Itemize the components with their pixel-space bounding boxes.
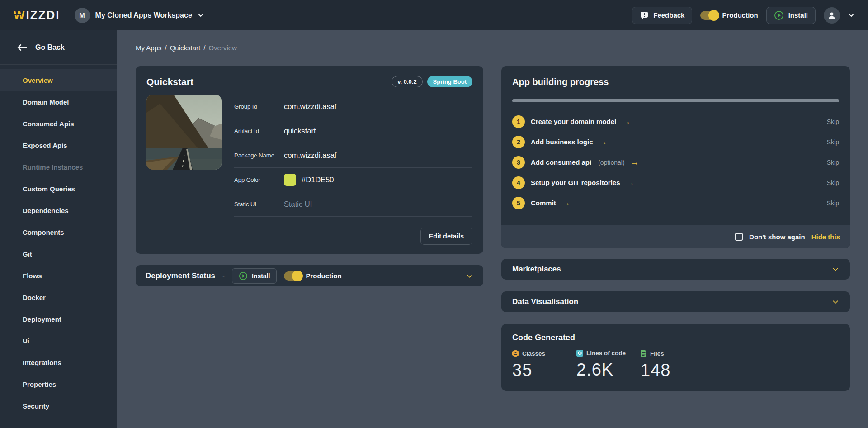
app-fields: Group Id com.wizzdi.asaf Artifact Id qui… (234, 95, 472, 217)
sidebar-item-git[interactable]: Git (0, 243, 117, 265)
sidebar-item-docker[interactable]: Docker (0, 286, 117, 308)
logo-rest: IZZDI (26, 8, 60, 22)
code-generated-card: Code Generated Classes 35 (501, 324, 850, 391)
user-menu[interactable] (824, 7, 840, 24)
field-label: App Color (234, 176, 284, 183)
skip-link[interactable]: Skip (827, 118, 839, 125)
field-value: com.wizzdi.asaf (284, 102, 336, 111)
app-image (146, 95, 222, 170)
go-back-button[interactable]: Go Back (0, 30, 117, 65)
step-number: 2 (512, 136, 525, 148)
go-back-label: Go Back (35, 43, 65, 52)
sidebar-item-ui[interactable]: Ui (0, 330, 117, 352)
step-label[interactable]: Commit (531, 199, 556, 207)
step-label[interactable]: Create your domain model (531, 118, 616, 125)
field-label: Package Name (234, 152, 284, 159)
dont-show-again-checkbox[interactable] (735, 233, 743, 241)
install-label: Install (788, 11, 808, 19)
step-setup-git-repositories: 4 Setup your GIT repositories → Skip (512, 172, 839, 193)
app-building-progress-card: App building progress 1 Create your doma… (501, 66, 850, 248)
step-number: 5 (512, 197, 525, 209)
stat-value: 35 (512, 361, 566, 380)
chevron-down-icon[interactable] (832, 298, 839, 305)
user-chevron-down-icon[interactable] (848, 12, 854, 19)
arrow-right-icon[interactable]: → (622, 117, 631, 126)
hide-this-link[interactable]: Hide this (811, 233, 840, 241)
chevron-down-icon[interactable] (832, 266, 839, 273)
feedback-label: Feedback (653, 11, 684, 19)
workspace-avatar: M (75, 8, 90, 23)
sidebar-item-properties[interactable]: Properties (0, 373, 117, 395)
stat-files: Files 148 (641, 350, 695, 380)
app-color-swatch (284, 174, 296, 186)
deploy-production-toggle[interactable] (284, 271, 302, 281)
sidebar-item-components[interactable]: Components (0, 221, 117, 243)
sidebar: Go Back Overview Domain Model Consumed A… (0, 30, 117, 428)
play-circle-icon (239, 271, 248, 281)
code-icon (576, 350, 583, 357)
sidebar-item-custom-queries[interactable]: Custom Queries (0, 178, 117, 200)
production-label: Production (722, 11, 758, 19)
sidebar-item-domain-model[interactable]: Domain Model (0, 91, 117, 113)
install-button[interactable]: Install (766, 7, 816, 24)
sidebar-item-deployment[interactable]: Deployment (0, 308, 117, 330)
chevron-down-icon[interactable] (466, 272, 473, 280)
data-visualisation-title: Data Visualisation (512, 297, 578, 306)
sidebar-nav: Overview Domain Model Consumed Apis Expo… (0, 65, 117, 417)
stat-label: Classes (522, 350, 545, 357)
deploy-production-toggle-group: Production (284, 271, 341, 281)
sidebar-item-flows[interactable]: Flows (0, 265, 117, 286)
app-title: Quickstart (146, 76, 193, 87)
workspace-name: My Cloned Apps Workspace (95, 11, 192, 19)
file-icon (641, 350, 647, 357)
skip-link[interactable]: Skip (827, 200, 839, 207)
left-column: Quickstart v. 0.0.2 Spring Boot (136, 66, 483, 391)
edit-details-button[interactable]: Edit details (420, 228, 472, 245)
step-label[interactable]: Add consumed api (531, 158, 591, 166)
stat-classes: Classes 35 (512, 350, 566, 380)
progress-bar (512, 99, 839, 102)
arrow-right-icon[interactable]: → (631, 158, 639, 166)
field-value: com.wizzdi.asaf (284, 151, 336, 160)
production-toggle-group: Production (700, 11, 758, 20)
sidebar-item-security[interactable]: Security (0, 395, 117, 417)
step-number: 1 (512, 115, 525, 128)
breadcrumb-separator: / (165, 44, 167, 52)
class-icon (512, 350, 519, 357)
app-root: WIZZDI M My Cloned Apps Workspace Feedba… (0, 0, 868, 428)
field-group-id: Group Id com.wizzdi.asaf (234, 95, 472, 119)
step-optional-label: (optional) (598, 159, 624, 166)
skip-link[interactable]: Skip (827, 159, 839, 166)
deploy-install-button[interactable]: Install (232, 268, 277, 284)
arrow-left-icon (17, 44, 27, 51)
field-static-ui: Static UI Static UI (234, 192, 472, 217)
sidebar-item-integrations[interactable]: Integrations (0, 352, 117, 373)
field-label: Artifact Id (234, 128, 284, 134)
arrow-right-icon[interactable]: → (626, 178, 635, 187)
data-visualisation-section[interactable]: Data Visualisation (501, 291, 850, 312)
feedback-button[interactable]: Feedback (632, 7, 692, 24)
skip-link[interactable]: Skip (827, 179, 839, 186)
user-icon (827, 11, 836, 20)
progress-steps: 1 Create your domain model → Skip 2 Add … (512, 111, 839, 213)
marketplaces-title: Marketplaces (512, 265, 561, 274)
sidebar-item-overview[interactable]: Overview (0, 69, 117, 91)
skip-link[interactable]: Skip (827, 138, 839, 146)
wizzdi-logo: WIZZDI (14, 8, 60, 22)
breadcrumb-quickstart[interactable]: Quickstart (170, 44, 201, 52)
sidebar-item-dependencies[interactable]: Dependencies (0, 200, 117, 221)
workspace-selector[interactable]: M My Cloned Apps Workspace (75, 8, 204, 23)
deployment-separator: - (222, 272, 225, 280)
sidebar-item-consumed-apis[interactable]: Consumed Apis (0, 113, 117, 134)
step-label[interactable]: Add business logic (531, 138, 593, 146)
topbar: WIZZDI M My Cloned Apps Workspace Feedba… (0, 0, 868, 30)
arrow-right-icon[interactable]: → (562, 199, 571, 207)
step-label[interactable]: Setup your GIT repositories (531, 179, 620, 186)
breadcrumb-my-apps[interactable]: My Apps (136, 44, 162, 52)
sidebar-item-exposed-apis[interactable]: Exposed Apis (0, 134, 117, 156)
step-number: 4 (512, 176, 525, 189)
arrow-right-icon[interactable]: → (599, 138, 608, 146)
toggle-knob (292, 271, 303, 281)
production-toggle[interactable] (700, 11, 718, 20)
marketplaces-section[interactable]: Marketplaces (501, 259, 850, 280)
